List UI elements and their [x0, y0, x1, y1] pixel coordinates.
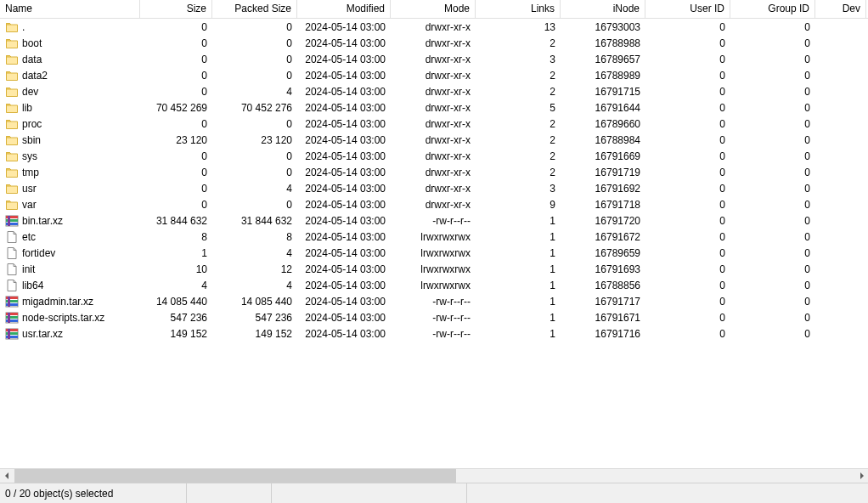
cell-mode: drwxr-xr-x — [391, 102, 476, 114]
file-name: etc — [22, 231, 36, 243]
cell-links: 2 — [476, 167, 561, 178]
cell-links: 1 — [476, 215, 561, 227]
cell-links: 2 — [476, 134, 561, 146]
scroll-right-arrow-icon[interactable] — [854, 469, 868, 483]
cell-user-id: 0 — [645, 183, 730, 195]
file-icon — [5, 263, 19, 276]
cell-group-id: 0 — [730, 296, 815, 308]
cell-modified: 2024-05-14 03:00 — [297, 215, 391, 227]
svg-rect-19 — [8, 329, 10, 339]
cell-modified: 2024-05-14 03:00 — [297, 280, 391, 291]
cell-mode: drwxr-xr-x — [391, 150, 476, 162]
table-row[interactable]: fortidev142024-05-14 03:00lrwxrwxrwx1167… — [0, 245, 868, 261]
table-row[interactable]: lib64442024-05-14 03:00lrwxrwxrwx1167888… — [0, 277, 868, 293]
cell-modified: 2024-05-14 03:00 — [297, 37, 391, 49]
table-row[interactable]: sbin23 12023 1202024-05-14 03:00drwxr-xr… — [0, 132, 868, 148]
cell-name: sys — [0, 150, 140, 163]
table-row[interactable]: data002024-05-14 03:00drwxr-xr-x31678965… — [0, 51, 868, 67]
cell-mode: drwxr-xr-x — [391, 167, 476, 178]
table-row[interactable]: dev042024-05-14 03:00drwxr-xr-x216791715… — [0, 83, 868, 99]
cell-group-id: 0 — [730, 328, 815, 340]
cell-user-id: 0 — [645, 21, 730, 33]
cell-size: 0 — [140, 21, 212, 33]
cell-mode: drwxr-xr-x — [391, 54, 476, 65]
scrollbar-thumb[interactable] — [14, 469, 456, 483]
file-name: migadmin.tar.xz — [22, 296, 93, 308]
cell-links: 1 — [476, 231, 561, 243]
file-list[interactable]: Name Size Packed Size Modified Mode Link… — [0, 0, 868, 459]
cell-links: 1 — [476, 247, 561, 259]
cell-modified: 2024-05-14 03:00 — [297, 231, 391, 243]
cell-links: 5 — [476, 102, 561, 114]
cell-packed-size: 0 — [212, 150, 297, 162]
folder-icon — [5, 198, 19, 212]
cell-modified: 2024-05-14 03:00 — [297, 86, 391, 98]
cell-size: 149 152 — [140, 328, 212, 340]
cell-size: 0 — [140, 54, 212, 65]
cell-user-id: 0 — [645, 328, 730, 340]
col-modified[interactable]: Modified — [297, 0, 391, 18]
col-group-id[interactable]: Group ID — [730, 0, 815, 18]
horizontal-scrollbar[interactable] — [0, 468, 868, 483]
cell-user-id: 0 — [645, 37, 730, 49]
cell-packed-size: 0 — [212, 37, 297, 49]
table-row[interactable]: etc882024-05-14 03:00lrwxrwxrwx116791672… — [0, 229, 868, 245]
cell-group-id: 0 — [730, 37, 815, 49]
cell-modified: 2024-05-14 03:00 — [297, 102, 391, 114]
cell-inode: 16791671 — [561, 312, 645, 324]
cell-size: 0 — [140, 70, 212, 82]
cell-mode: drwxr-xr-x — [391, 86, 476, 98]
col-user-id[interactable]: User ID — [645, 0, 730, 18]
table-row[interactable]: lib70 452 26970 452 2762024-05-14 03:00d… — [0, 99, 868, 116]
cell-inode: 16791672 — [561, 231, 645, 243]
cell-modified: 2024-05-14 03:00 — [297, 21, 391, 33]
cell-group-id: 0 — [730, 215, 815, 227]
cell-links: 2 — [476, 37, 561, 49]
cell-name: etc — [0, 230, 140, 244]
col-mode[interactable]: Mode — [391, 0, 476, 18]
cell-packed-size: 31 844 632 — [212, 215, 297, 227]
table-row[interactable]: migadmin.tar.xz14 085 44014 085 4402024-… — [0, 293, 868, 309]
table-row[interactable]: init10122024-05-14 03:00lrwxrwxrwx116791… — [0, 261, 868, 277]
col-dev[interactable]: Dev — [815, 0, 866, 18]
column-headers: Name Size Packed Size Modified Mode Link… — [0, 0, 868, 19]
col-packed-size[interactable]: Packed Size — [212, 0, 297, 18]
cell-inode: 16791717 — [561, 296, 645, 308]
table-row[interactable]: sys002024-05-14 03:00drwxr-xr-x216791669… — [0, 148, 868, 164]
cell-group-id: 0 — [730, 183, 815, 195]
col-inode[interactable]: iNode — [561, 0, 645, 18]
cell-mode: lrwxrwxrwx — [391, 247, 476, 259]
col-name[interactable]: Name — [0, 0, 140, 18]
cell-size: 14 085 440 — [140, 296, 212, 308]
cell-name: lib — [0, 101, 140, 115]
file-name: node-scripts.tar.xz — [22, 312, 104, 324]
folder-icon — [5, 85, 19, 99]
cell-user-id: 0 — [645, 215, 730, 227]
col-size[interactable]: Size — [140, 0, 212, 18]
col-links[interactable]: Links — [476, 0, 561, 18]
table-row[interactable]: var002024-05-14 03:00drwxr-xr-x916791718… — [0, 196, 868, 212]
folder-icon — [5, 166, 19, 179]
cell-name: usr — [0, 182, 140, 195]
table-row[interactable]: data2002024-05-14 03:00drwxr-xr-x2167889… — [0, 67, 868, 83]
table-row[interactable]: bin.tar.xz31 844 63231 844 6322024-05-14… — [0, 212, 868, 229]
cell-inode: 16791719 — [561, 167, 645, 178]
file-icon — [5, 230, 19, 244]
cell-user-id: 0 — [645, 86, 730, 98]
cell-modified: 2024-05-14 03:00 — [297, 167, 391, 178]
cell-links: 3 — [476, 54, 561, 65]
table-row[interactable]: node-scripts.tar.xz547 236547 2362024-05… — [0, 309, 868, 325]
table-row[interactable]: .002024-05-14 03:00drwxr-xr-x13167930030… — [0, 19, 868, 35]
table-row[interactable]: usr042024-05-14 03:00drwxr-xr-x316791692… — [0, 180, 868, 196]
scrollbar-track[interactable] — [14, 469, 854, 483]
table-row[interactable]: proc002024-05-14 03:00drwxr-xr-x21678966… — [0, 116, 868, 132]
table-row[interactable]: boot002024-05-14 03:00drwxr-xr-x21678898… — [0, 35, 868, 51]
cell-links: 1 — [476, 328, 561, 340]
cell-links: 1 — [476, 312, 561, 324]
cell-size: 0 — [140, 118, 212, 130]
table-row[interactable]: usr.tar.xz149 152149 1522024-05-14 03:00… — [0, 325, 868, 342]
table-row[interactable]: tmp002024-05-14 03:00drwxr-xr-x216791719… — [0, 164, 868, 180]
file-name: . — [22, 21, 25, 33]
scroll-left-arrow-icon[interactable] — [0, 469, 14, 483]
svg-rect-14 — [8, 313, 10, 323]
